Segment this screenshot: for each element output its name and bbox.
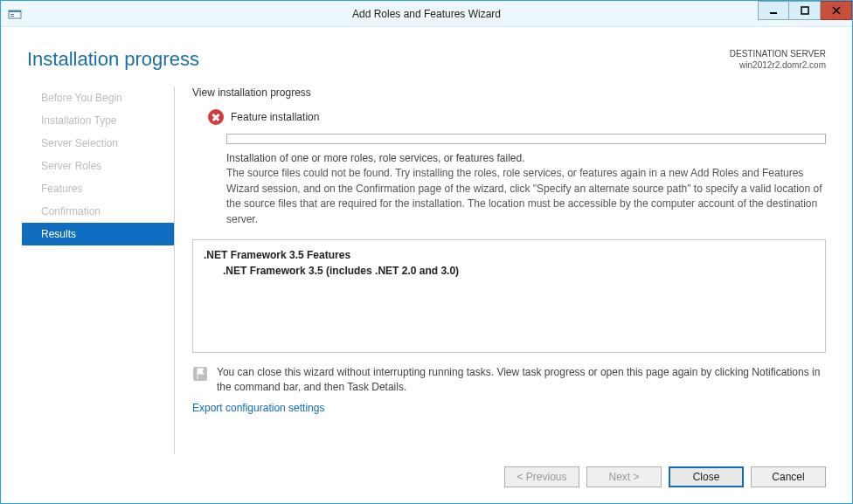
step-before-you-begin: Before You Begin [22,86,174,109]
maximize-button[interactable] [789,1,821,20]
step-results: Results [22,223,174,245]
content-panel: View installation progress Feature insta… [175,86,826,454]
feature-child: .NET Framework 3.5 (includes .NET 2.0 an… [204,265,815,277]
export-configuration-link[interactable]: Export configuration settings [192,402,826,414]
progress-bar [226,134,826,144]
close-window-button[interactable] [821,1,852,20]
destination-server: win2012r2.domr2.com [730,59,826,71]
cancel-button[interactable]: Cancel [751,466,826,487]
page-title: Installation progress [27,48,199,71]
close-button[interactable]: Close [669,466,744,487]
info-text: You can close this wizard without interr… [217,365,826,395]
step-confirmation: Confirmation [22,200,174,223]
step-features: Features [22,177,174,200]
status-row: Feature installation [192,109,826,125]
step-server-roles: Server Roles [22,155,174,177]
previous-button: < Previous [504,466,579,487]
footer-buttons: < Previous Next > Close Cancel [27,454,826,487]
feature-details-box: .NET Framework 3.5 Features .NET Framewo… [192,239,826,353]
svg-rect-3 [10,16,14,17]
header-row: Installation progress DESTINATION SERVER… [27,48,826,71]
main-row: Before You Begin Installation Type Serve… [27,86,826,454]
wizard-window: Add Roles and Features Wizard Installati… [0,0,853,504]
flag-icon [192,366,208,382]
next-button: Next > [586,466,662,487]
window-title: Add Roles and Features Wizard [1,8,852,20]
error-message-line1: Installation of one or more roles, role … [226,152,525,164]
content-heading: View installation progress [192,86,826,99]
status-label: Feature installation [231,111,319,123]
feature-parent: .NET Framework 3.5 Features [204,249,815,261]
step-installation-type: Installation Type [22,109,174,132]
wizard-body: Installation progress DESTINATION SERVER… [1,27,852,503]
svg-rect-4 [770,12,777,14]
error-message: Installation of one or more roles, role … [226,151,826,227]
step-server-selection: Server Selection [22,132,174,155]
minimize-button[interactable] [758,1,789,20]
error-icon [208,109,224,125]
titlebar: Add Roles and Features Wizard [1,1,852,27]
wizard-icon [8,7,22,21]
error-message-rest: The source files could not be found. Try… [226,167,822,224]
destination-server-block: DESTINATION SERVER win2012r2.domr2.com [730,48,826,71]
window-controls [758,1,852,18]
svg-rect-5 [801,7,808,14]
svg-rect-1 [9,10,21,12]
info-row: You can close this wizard without interr… [192,365,826,395]
destination-label: DESTINATION SERVER [730,48,826,59]
wizard-steps-sidebar: Before You Begin Installation Type Serve… [22,86,175,454]
svg-rect-2 [10,14,14,15]
